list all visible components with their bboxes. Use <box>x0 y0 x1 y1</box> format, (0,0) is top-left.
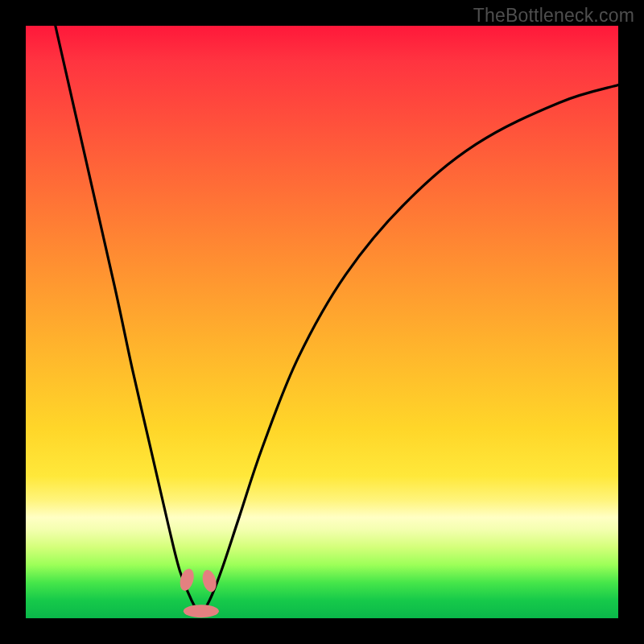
bottleneck-curve <box>56 26 618 613</box>
curve-svg <box>26 26 618 618</box>
plot-area <box>26 26 618 618</box>
chart-frame: TheBottleneck.com <box>0 0 644 644</box>
watermark-text: TheBottleneck.com <box>473 5 634 27</box>
marker-bottom <box>184 605 219 617</box>
marker-right <box>200 568 218 593</box>
